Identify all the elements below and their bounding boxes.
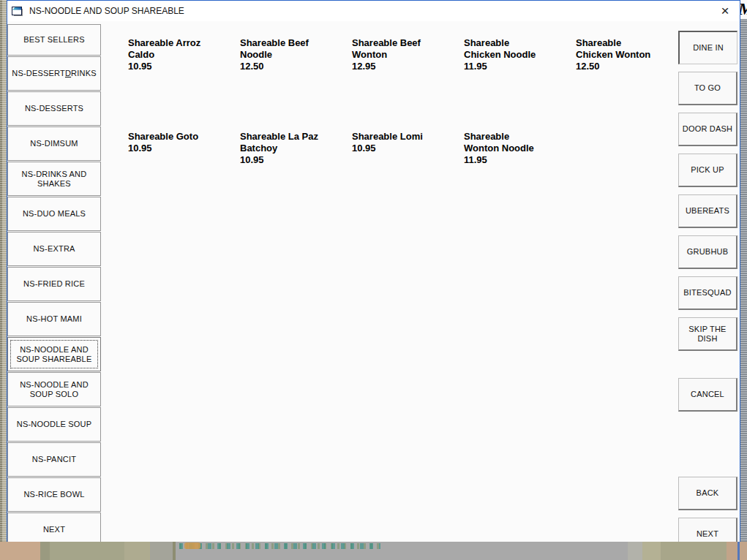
sidebar-item-ns-fried-rice[interactable]: NS-FRIED RICE [7, 267, 101, 301]
desktop-bottom-strip [0, 542, 747, 560]
menu-item-shareable-lomi[interactable]: Shareable Lomi10.95 [352, 131, 464, 224]
menu-item-name: Shareable Arroz Caldo [128, 37, 209, 61]
sidebar-item-best-sellers[interactable]: BEST SELLERS [7, 24, 101, 56]
titlebar: NS-NOODLE AND SOUP SHAREABLE × [7, 1, 740, 21]
menu-item-price: 10.95 [128, 143, 240, 154]
bg-seg-graygreen [150, 542, 173, 560]
pos-screen: M [0, 0, 747, 560]
sidebar-item-ns-desserts[interactable]: NS-DESSERTS [7, 91, 101, 126]
sidebar-item-ns-hot-mami[interactable]: NS-HOT MAMI [7, 302, 101, 336]
menu-item-name: Shareable Beef Noodle [240, 37, 320, 61]
menu-item-name: Shareable La Paz Batchoy [240, 131, 320, 154]
sidebar-item-ns-extra[interactable]: NS-EXTRA [7, 232, 101, 266]
next-button[interactable]: NEXT [678, 518, 737, 542]
sidebar-item-ns-dessertdrinks[interactable]: NS-DESSERTDRINKS [7, 56, 101, 91]
menu-item-shareable-chicken-wonton[interactable]: Shareable Chicken Wonton12.50 [576, 37, 688, 131]
bg-blue-line [737, 542, 740, 560]
bg-seg-gray-light [628, 542, 642, 560]
menu-item-name: Shareable Lomi [352, 131, 432, 143]
window-title: NS-NOODLE AND SOUP SHAREABLE [29, 6, 184, 16]
order-type-dine-in[interactable]: DINE IN [678, 31, 737, 64]
sidebar-item-ns-pancit[interactable]: NS-PANCIT [7, 442, 101, 477]
form-window-icon [12, 6, 23, 17]
menu-window: NS-NOODLE AND SOUP SHAREABLE × BEST SELL… [7, 0, 740, 542]
desktop-right-strip [740, 0, 747, 542]
menu-item-shareable-arroz-caldo[interactable]: Shareable Arroz Caldo10.95 [128, 37, 240, 131]
menu-item-shareable-la-paz-batchoy[interactable]: Shareable La Paz Batchoy10.95 [240, 131, 352, 224]
menu-item-price: 10.95 [128, 61, 240, 72]
bg-seg-khaki [642, 542, 661, 560]
sidebar-item-ns-rice-bowl[interactable]: NS-RICE BOWL [7, 477, 101, 512]
bg-seg-olive-light [124, 542, 150, 560]
menu-item-name: Shareable Beef Wonton [352, 37, 432, 61]
menu-item-shareable-beef-noodle[interactable]: Shareable Beef Noodle12.50 [240, 37, 352, 131]
order-type-pick-up[interactable]: PICK UP [678, 154, 737, 187]
sidebar-item-ns-dimsum[interactable]: NS-DIMSUM [7, 126, 101, 161]
sidebar-item-ns-noodle-soup[interactable]: NS-NOODLE SOUP [7, 407, 101, 442]
cancel-button[interactable]: CANCEL [678, 378, 737, 412]
close-icon[interactable]: × [717, 1, 733, 20]
sidebar-item-ns-noodle-and-soup-shareable[interactable]: NS-NOODLE AND SOUP SHAREABLE [7, 337, 101, 371]
menu-item-shareable-goto[interactable]: Shareable Goto10.95 [128, 131, 240, 224]
bg-seg-tan [0, 542, 40, 560]
menu-item-price: 12.50 [240, 61, 352, 72]
bg-orange-speck [184, 542, 200, 549]
menu-item-shareable-wonton-noodle[interactable]: Shareable Wonton Noodle11.95 [464, 131, 576, 224]
order-type-grubhub[interactable]: GRUBHUB [678, 235, 737, 269]
menu-item-price: 12.95 [352, 61, 464, 72]
order-type-skip-the-dish[interactable]: SKIP THE DISH [678, 317, 737, 351]
category-sidebar: BEST SELLERSNS-DESSERTDRINKSNS-DESSERTSN… [7, 24, 101, 542]
order-type-to-go[interactable]: TO GO [678, 72, 737, 105]
menu-item-shareable-chicken-noodle[interactable]: Shareable Chicken Noodle11.95 [464, 37, 576, 131]
menu-grid: Shareable Arroz Caldo10.95Shareable Beef… [128, 37, 688, 224]
order-type-bitesquad[interactable]: BITESQUAD [678, 276, 737, 310]
menu-item-name: Shareable Wonton Noodle [464, 131, 544, 154]
menu-item-price: 11.95 [464, 61, 576, 72]
menu-item-name: Shareable Chicken Wonton [576, 37, 656, 61]
bg-seg-olive [50, 542, 124, 560]
sidebar-item-ns-noodle-and-soup-solo[interactable]: NS-NOODLE AND SOUP SOLO [7, 372, 101, 406]
menu-item-price: 10.95 [240, 154, 352, 166]
order-type-column: DINE INTO GODOOR DASHPICK UPUBEREATSGRUB… [678, 31, 737, 542]
sidebar-item-ns-duo-meals[interactable]: NS-DUO MEALS [7, 197, 101, 231]
menu-item-shareable-beef-wonton[interactable]: Shareable Beef Wonton12.95 [352, 37, 464, 131]
menu-item-name: Shareable Goto [128, 131, 209, 143]
menu-item-price: 12.50 [576, 61, 688, 72]
menu-item-price: 10.95 [352, 143, 464, 154]
bg-seg-olive-dark [40, 542, 50, 560]
sidebar-item-next[interactable]: NEXT [7, 512, 101, 542]
menu-item-price: 11.95 [464, 154, 576, 166]
menu-item-name: Shareable Chicken Noodle [464, 37, 544, 61]
background-partial-glyph: M [740, 0, 747, 18]
desktop-left-strip [0, 0, 7, 542]
bg-seg-olive2 [661, 542, 727, 560]
background-window-fragment: M [740, 0, 747, 19]
bg-tiny-text-specks [179, 543, 380, 549]
order-type-door-dash[interactable]: DOOR DASH [678, 113, 737, 146]
sidebar-item-ns-drinks-and-shakes[interactable]: NS-DRINKS AND SHAKES [7, 162, 101, 196]
bg-seg-tan2 [727, 542, 747, 560]
back-button[interactable]: BACK [678, 477, 737, 510]
order-type-ubereats[interactable]: UBEREATS [678, 194, 737, 228]
